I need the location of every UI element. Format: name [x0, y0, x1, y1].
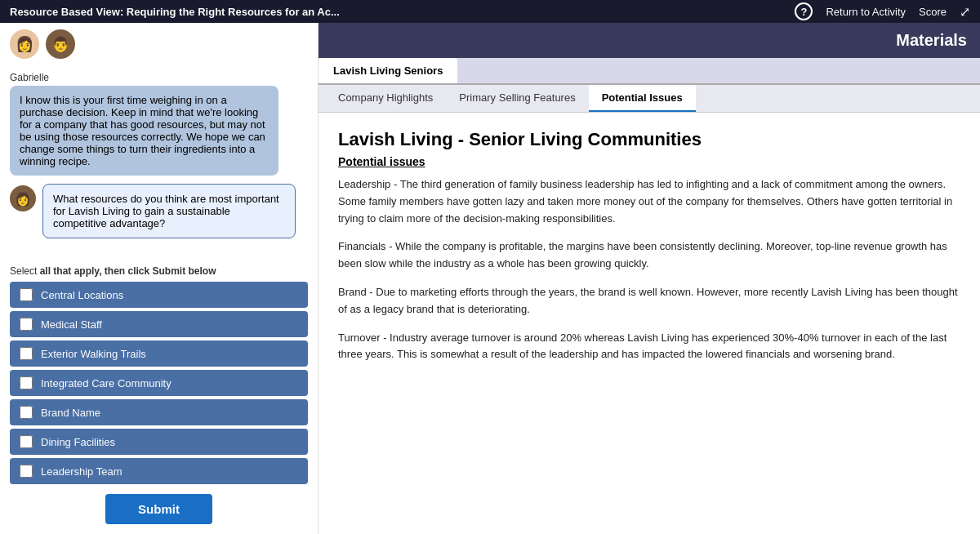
content-paragraph: Turnover - Industry average turnover is … [338, 330, 960, 364]
checkbox-item[interactable]: Integrated Care Community [10, 370, 308, 396]
top-bar: Resource Based View: Requiring the Right… [0, 0, 980, 23]
select-instruction: Select all that apply, then click Submit… [0, 260, 318, 282]
checkbox-item[interactable]: Leadership Team [10, 458, 308, 484]
content-title: Lavish Living - Senior Living Communitie… [338, 129, 960, 150]
checkbox-item[interactable]: Brand Name [10, 399, 308, 425]
avatars-row: 👩 👨 [0, 23, 318, 65]
main-layout: 👩 👨 Gabrielle I know this is your first … [0, 23, 980, 534]
score-label: Score [919, 6, 947, 18]
main-tab-bar: Lavish Living Seniors [318, 58, 980, 85]
sub-tab-company-highlights[interactable]: Company Highlights [325, 85, 446, 112]
checkbox-list: Central LocationsMedical StaffExterior W… [0, 282, 318, 484]
right-panel: Materials Lavish Living Seniors Company … [318, 23, 980, 534]
checkbox-label: Leadership Team [41, 465, 122, 478]
instructor-avatar: 👩 [10, 29, 39, 59]
instructor-name: Gabrielle [10, 72, 308, 83]
submit-row: Submit [0, 484, 318, 534]
checkbox-input[interactable] [20, 465, 33, 478]
checkbox-input[interactable] [20, 435, 33, 448]
left-panel: 👩 👨 Gabrielle I know this is your first … [0, 23, 318, 534]
submit-button[interactable]: Submit [105, 494, 212, 524]
sub-tab-potential-issues[interactable]: Potential Issues [589, 85, 696, 112]
main-tab-lavish-living[interactable]: Lavish Living Seniors [318, 58, 457, 83]
materials-header: Materials [318, 23, 980, 58]
content-paragraph: Leadership - The third generation of fam… [338, 176, 960, 227]
checkbox-item[interactable]: Central Locations [10, 282, 308, 308]
expand-icon[interactable]: ⤢ [960, 4, 970, 20]
select-all-bold: all [40, 265, 51, 277]
checkbox-label: Medical Staff [41, 318, 102, 331]
checkbox-input[interactable] [20, 318, 33, 331]
checkbox-input[interactable] [20, 347, 33, 360]
top-bar-title: Resource Based View: Requiring the Right… [10, 6, 795, 18]
checkbox-input[interactable] [20, 376, 33, 389]
checkbox-label: Central Locations [41, 289, 123, 301]
checkbox-label: Integrated Care Community [41, 377, 172, 389]
return-to-activity-link[interactable]: Return to Activity [826, 6, 906, 18]
checkbox-label: Exterior Walking Trails [41, 348, 146, 360]
content-area: Lavish Living - Senior Living Communitie… [318, 113, 980, 534]
checkbox-label: Brand Name [41, 407, 100, 419]
sub-tab-primary-selling-features[interactable]: Primary Selling Features [446, 85, 588, 112]
checkbox-input[interactable] [20, 288, 33, 301]
help-icon[interactable]: ? [795, 2, 813, 20]
content-paragraph: Brand - Due to marketing efforts through… [338, 284, 960, 318]
student-message-block: 👩 What resources do you think are most i… [10, 184, 308, 238]
top-bar-actions: ? Return to Activity Score ⤢ [795, 2, 970, 20]
content-subtitle: Potential issues [338, 155, 960, 168]
content-body: Leadership - The third generation of fam… [338, 176, 960, 363]
student-avatar-top: 👨 [46, 29, 75, 59]
instructor-message-block: Gabrielle I know this is your first time… [10, 72, 308, 176]
student-avatar-chat: 👩 [10, 185, 36, 211]
content-paragraph: Financials - While the company is profit… [338, 238, 960, 273]
select-instruction-suffix: that apply, then click Submit below [51, 265, 216, 277]
checkbox-item[interactable]: Dining Facilities [10, 429, 308, 455]
instructor-bubble: I know this is your first time weighing … [10, 86, 278, 176]
checkbox-item[interactable]: Medical Staff [10, 311, 308, 337]
checkbox-input[interactable] [20, 406, 33, 419]
checkbox-label: Dining Facilities [41, 436, 115, 448]
checkbox-item[interactable]: Exterior Walking Trails [10, 340, 308, 367]
student-bubble: What resources do you think are most imp… [42, 184, 296, 238]
chat-area: Gabrielle I know this is your first time… [0, 65, 318, 260]
sub-tab-bar: Company HighlightsPrimary Selling Featur… [318, 85, 980, 113]
